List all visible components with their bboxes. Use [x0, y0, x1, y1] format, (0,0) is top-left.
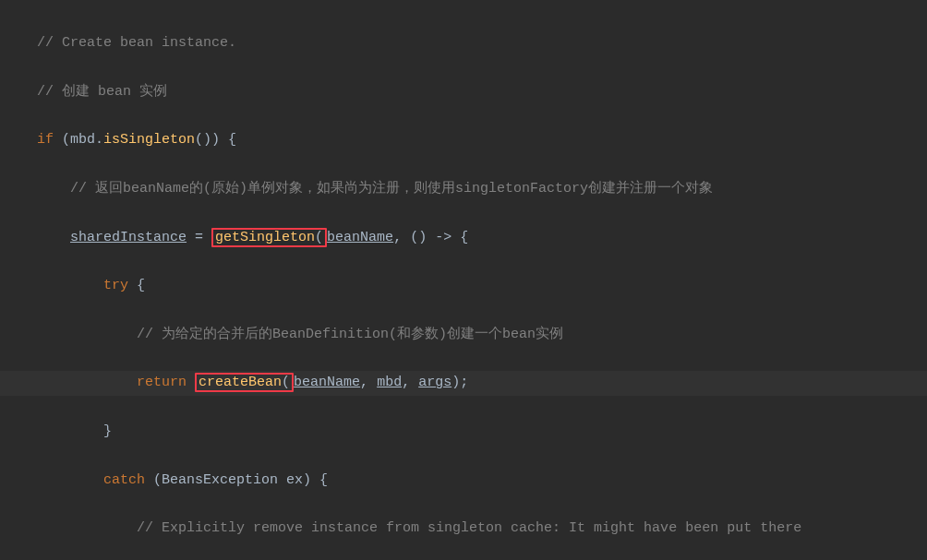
- code-text: =: [187, 230, 211, 245]
- code-line: }: [0, 420, 927, 444]
- keyword-if: if: [37, 132, 54, 148]
- highlighted-method: createBean(: [195, 373, 294, 392]
- code-text: , () -> {: [393, 230, 468, 245]
- parameter: mbd: [377, 375, 402, 390]
- code-line: // 创建 bean 实例: [0, 80, 927, 104]
- comment: // 创建 bean 实例: [37, 84, 167, 100]
- code-line-current: return createBean(beanName, mbd, args);: [0, 371, 927, 395]
- code-line: // 返回beanName的(原始)单例对象，如果尚为注册，则使用singlet…: [0, 177, 927, 201]
- brace: }: [103, 423, 112, 439]
- code-line: try {: [0, 274, 927, 298]
- code-text: (BeansException ex) {: [145, 472, 328, 488]
- code-line: // Explicitly remove instance from singl…: [0, 517, 927, 541]
- code-text: {: [128, 278, 145, 293]
- keyword-return: return: [137, 375, 187, 390]
- comment: // Explicitly remove instance from singl…: [137, 520, 801, 536]
- comment: // 为给定的合并后的BeanDefinition(和参数)创建一个bean实例: [137, 327, 563, 342]
- variable: sharedInstance: [70, 230, 187, 245]
- keyword-catch: catch: [103, 472, 145, 488]
- comment: // 返回beanName的(原始)单例对象，如果尚为注册，则使用singlet…: [70, 181, 713, 197]
- code-editor[interactable]: // Create bean instance. // 创建 bean 实例 i…: [0, 0, 927, 560]
- code-line: // Create bean instance.: [0, 31, 927, 55]
- highlighted-method: getSingleton(: [211, 228, 327, 247]
- keyword-try: try: [103, 278, 128, 293]
- code-text: ()) {: [195, 132, 236, 148]
- parameter: beanName: [327, 230, 393, 245]
- code-line: // 为给定的合并后的BeanDefinition(和参数)创建一个bean实例: [0, 323, 927, 347]
- code-line: catch (BeansException ex) {: [0, 469, 927, 493]
- code-line: sharedInstance = getSingleton(beanName, …: [0, 226, 927, 250]
- code-text: (mbd.: [54, 132, 103, 148]
- code-line: if (mbd.isSingleton()) {: [0, 128, 927, 152]
- method-call: isSingleton: [103, 132, 195, 148]
- parameter: args: [418, 375, 451, 390]
- comment: // Create bean instance.: [37, 35, 236, 51]
- parameter: beanName: [294, 375, 360, 390]
